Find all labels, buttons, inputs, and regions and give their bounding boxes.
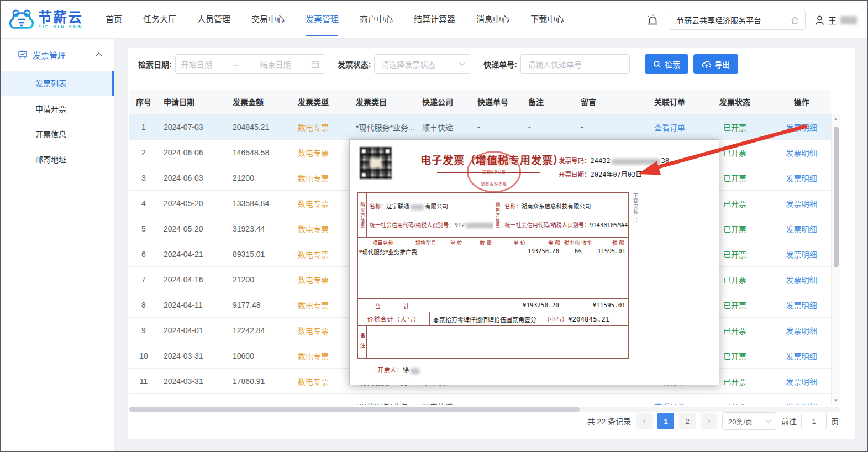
col-order: 关联订单 xyxy=(641,96,698,107)
page-size-select[interactable]: 20条/页 xyxy=(722,412,776,430)
invoice-detail-link[interactable]: 发票明细 xyxy=(772,299,831,311)
nav-item[interactable]: 下载中心 xyxy=(520,1,574,39)
invoice-status-select[interactable]: 请选择发票状态 xyxy=(374,54,471,74)
col-status: 发票状态 xyxy=(698,96,772,107)
goto-suffix: 页 xyxy=(831,416,839,427)
cell-apply-date: 2024-05-20 xyxy=(158,199,227,208)
invoice-total-row: 合 计 ¥193250.20 ¥11595.01 xyxy=(358,298,628,312)
invoice-detail-link[interactable]: 发票明细 xyxy=(772,198,831,209)
table-header: 序号 申请日期 发票金额 发票类型 发票类目 快递公司 快递单号 备注 留言 关… xyxy=(129,90,831,114)
vertical-scrollbar-thumb[interactable] xyxy=(834,127,839,267)
seller-tax-id: 91430105MA4R4LNJXD xyxy=(590,222,628,228)
cell-index: 2 xyxy=(129,148,158,157)
sum-in-figures: （小写）¥204845.21 xyxy=(544,314,609,323)
invoice-remark-row: 备注 xyxy=(358,326,628,358)
nav-item[interactable]: 消息中心 xyxy=(466,1,520,39)
platform-select[interactable]: 节薪云共享经济服务平台 xyxy=(669,10,806,30)
sidebar-group-invoice-management[interactable]: 发票管理 xyxy=(1,39,114,71)
nav-item[interactable]: 任务大厅 xyxy=(133,1,187,39)
invoice-detail-link[interactable]: 发票明细 xyxy=(772,172,831,183)
buyer-info: 名称：辽宁联通有限公司 统一社会信用代码/纳税人识别号：912HXT xyxy=(367,193,493,237)
invoice-detail-link[interactable]: 发票明细 xyxy=(772,376,831,387)
total-records: 共 22 条记录 xyxy=(587,416,631,427)
sidebar-item[interactable]: 申请开票 xyxy=(1,96,114,122)
invoice-detail-link[interactable]: 发票明细 xyxy=(772,401,831,406)
item-tax: 11595.01 xyxy=(590,248,625,254)
cell-apply-date: 2024-03-31 xyxy=(158,351,227,360)
nav-item[interactable]: 结算计算器 xyxy=(403,1,466,39)
page-buttons: 1 2 xyxy=(657,413,696,429)
invoice-sum-row: 价税合计（大写） ⊗贰拾万零肆仟捌佰肆拾伍圆贰角壹分 （小写）¥204845.2… xyxy=(358,312,628,326)
invoice-detail-link[interactable]: 发票明细 xyxy=(772,223,831,234)
export-button-label: 导出 xyxy=(714,59,730,70)
app-window: 节薪云 JIE XIN YUN 首页 任务大厅 人员管理 交易中心 发票管理 商… xyxy=(0,0,868,452)
nav-item[interactable]: 首页 xyxy=(95,1,133,39)
sidebar-item[interactable]: 开票信息 xyxy=(1,122,114,147)
logo[interactable]: 节薪云 JIE XIN YUN xyxy=(9,8,92,31)
vertical-scrollbar[interactable]: ▲ ▼ xyxy=(831,114,840,405)
cell-type-badge: 数电专票 xyxy=(292,376,350,387)
nav-item[interactable]: 人员管理 xyxy=(187,1,241,39)
table-row[interactable]: 1 2024-07-03 204845.21 数电专票 *现代服务*业务... … xyxy=(129,114,831,140)
seal-text: 国家税务总局 xyxy=(469,169,519,175)
user-menu[interactable]: 王 xyxy=(814,14,858,26)
invoice-item-columns: 项目名称 规格型号 单 位 数 量 单 价 金 额 税率/征收率 税 额 xyxy=(358,238,628,248)
top-navigation-bar: 节薪云 JIE XIN YUN 首页 任务大厅 人员管理 交易中心 发票管理 商… xyxy=(1,1,867,39)
nav-item[interactable]: 发票管理 xyxy=(295,1,349,39)
logo-text: 节薪云 JIE XIN YUN xyxy=(38,10,83,29)
view-order-link[interactable]: 查看订单 xyxy=(641,401,698,406)
scroll-down-arrow-icon[interactable]: ▼ xyxy=(832,398,840,403)
courier-filter-label: 快递单号: xyxy=(483,59,517,70)
cell-amount: 31923.44 xyxy=(227,224,292,233)
courier-number-input[interactable]: 请输入快递单号 xyxy=(520,54,630,74)
col-tracking: 快递单号 xyxy=(472,96,523,107)
nav-item[interactable]: 交易中心 xyxy=(241,1,295,39)
qr-marker xyxy=(360,148,367,155)
invoice-date-value: 2024年07月03日 xyxy=(591,171,643,178)
page-number-button[interactable]: 2 xyxy=(679,413,696,429)
invoice-detail-link[interactable]: 发票明细 xyxy=(772,274,831,285)
sidebar-item[interactable]: 发票列表 xyxy=(1,71,114,96)
seller-name: 湖南众东信息科技有限公司 xyxy=(522,203,591,209)
page-number-button[interactable]: 1 xyxy=(657,413,674,429)
invoice-detail-link[interactable]: 发票明细 xyxy=(772,350,831,361)
export-button[interactable]: 导出 xyxy=(693,54,738,74)
invoice-qr-code xyxy=(360,147,392,179)
nav-item[interactable]: 商户中心 xyxy=(349,1,403,39)
cell-apply-date: 2024-03-31 xyxy=(158,377,227,386)
cell-amount: 133584.84 xyxy=(227,199,292,208)
invoice-detail-link[interactable]: 发票明细 xyxy=(772,147,831,158)
prev-page-button[interactable]: ‹ xyxy=(636,413,653,429)
cell-category: *现代服务*业务... xyxy=(350,401,417,406)
main-nav: 首页 任务大厅 人员管理 交易中心 发票管理 商户中心 结算计算器 消息中心 下… xyxy=(95,1,574,39)
next-page-button[interactable]: › xyxy=(701,413,717,429)
cell-apply-date: 2024-06-03 xyxy=(158,174,227,182)
cell-apply-date: 2024-07-03 xyxy=(158,123,227,132)
tax-bureau-seal: 国家税务总局 湖南省税务局 xyxy=(467,151,521,193)
invoice-body-table: 购买方信息 名称：辽宁联通有限公司 统一社会信用代码/纳税人识别号：912HXT… xyxy=(357,192,629,359)
horizontal-scrollbar-thumb[interactable] xyxy=(129,407,580,412)
horizontal-scrollbar[interactable] xyxy=(129,407,840,412)
invoice-number-line: 发票号码：2443238 xyxy=(559,154,669,168)
table-row[interactable]: *现代服务*业务... 顺丰快递 - - - 查看订单 已开票 发票明细 xyxy=(129,394,831,405)
goto-label: 前往 xyxy=(781,416,797,427)
buyer-side-label: 购买方信息 xyxy=(358,193,367,237)
invoice-preview-popup[interactable]: 电子发票（增值税专用发票） 国家税务总局 湖南省税务局 发票号码：2443238… xyxy=(349,139,719,385)
cell-remark: - xyxy=(523,402,575,406)
invoice-detail-link[interactable]: 发票明细 xyxy=(772,249,831,260)
scroll-up-arrow-icon[interactable]: ▲ xyxy=(832,117,840,122)
goto-page-input[interactable] xyxy=(801,413,827,429)
view-order-link[interactable]: 查看订单 xyxy=(641,122,698,133)
seller-info: 名称：湖南众东信息科技有限公司 统一社会信用代码/纳税人识别号：91430105… xyxy=(502,193,628,237)
date-range-picker[interactable]: 开始日期 → 结束日期 xyxy=(175,54,325,74)
cell-index: 5 xyxy=(129,224,158,233)
alarm-siren-icon[interactable] xyxy=(645,13,660,28)
goto-page: 前往 页 xyxy=(781,413,839,429)
date-start-placeholder: 开始日期 xyxy=(181,59,212,70)
invoice-detail-link[interactable]: 发票明细 xyxy=(772,122,831,133)
invoice-detail-link[interactable]: 发票明细 xyxy=(772,325,831,336)
cell-type-badge: 数电专票 xyxy=(292,325,350,336)
search-button[interactable]: 检索 xyxy=(645,54,688,74)
sidebar-item[interactable]: 邮寄地址 xyxy=(1,147,114,172)
chevron-down-icon xyxy=(765,419,771,423)
